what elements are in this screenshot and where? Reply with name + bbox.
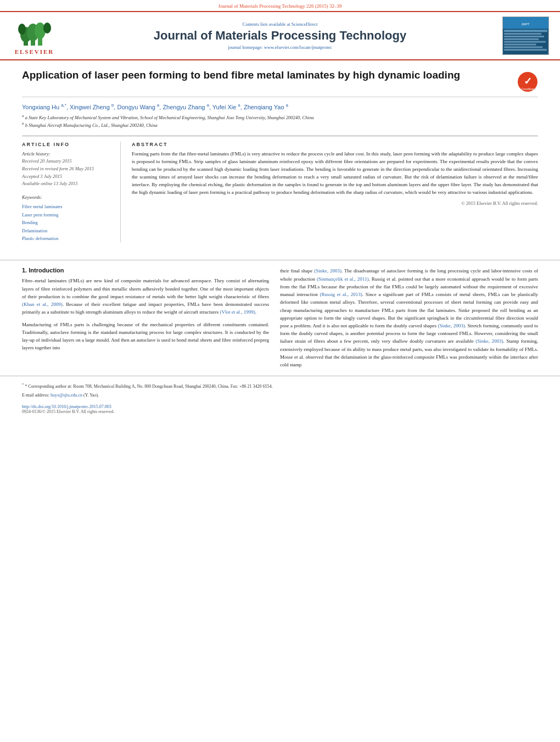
journal-citation-bar: Journal of Materials Processing Technolo… xyxy=(0,0,560,11)
svg-point-7 xyxy=(43,23,51,34)
main-right-column: their final shape (Sinke, 2003). The dis… xyxy=(280,267,538,373)
svg-rect-10 xyxy=(504,30,547,32)
journal-title: Journal of Materials Processing Technolo… xyxy=(63,29,497,43)
author-list: Yongxiang Hu a,*, Xingwei Zheng b, Dongy… xyxy=(22,104,288,110)
keywords-block: Keywords: Fibre metal laminates Laser pe… xyxy=(22,193,114,243)
article-info-header: ARTICLE INFO xyxy=(22,142,114,147)
section1-para2: Manufacturing of FMLs parts is challengi… xyxy=(22,321,269,352)
article-footer: * * Corresponding author at: Room 708, M… xyxy=(0,376,560,417)
keyword-4: Delamination xyxy=(22,227,114,235)
svg-rect-11 xyxy=(504,33,541,35)
article-title: Application of laser peen forming to ben… xyxy=(22,69,509,82)
svg-rect-13 xyxy=(504,38,539,40)
license-line: 0924-0136/© 2015 Elsevier B.V. All right… xyxy=(22,409,538,414)
article-title-section: Application of laser peen forming to ben… xyxy=(22,69,538,97)
elsevier-brand: ELSEVIER xyxy=(15,48,54,55)
svg-rect-14 xyxy=(504,41,546,43)
copyright-line: © 2015 Elsevier B.V. All rights reserved… xyxy=(132,200,538,206)
svg-rect-12 xyxy=(504,36,544,37)
homepage-line: journal homepage: www.elsevier.com/locat… xyxy=(63,44,497,50)
article-info-column: ARTICLE INFO Article history: Received 2… xyxy=(22,142,121,243)
svg-text:JMPT: JMPT xyxy=(521,23,530,26)
crossmark-logo: ✓ CrossMark xyxy=(517,71,538,92)
info-abstract-section: ARTICLE INFO Article history: Received 2… xyxy=(22,136,538,243)
affiliation-a: a a State Key Laboratory of Mechanical S… xyxy=(22,113,538,121)
abstract-header: ABSTRACT xyxy=(132,142,538,147)
elsevier-tree-icon xyxy=(18,17,51,47)
svg-text:✓: ✓ xyxy=(524,76,532,87)
page-wrapper: Journal of Materials Processing Technolo… xyxy=(0,0,560,742)
abstract-text: Forming parts from the flat fibre-metal … xyxy=(132,150,538,197)
doi-line[interactable]: http://dx.doi.org/10.1016/j.jmatprotec.2… xyxy=(22,404,538,409)
journal-citation: Journal of Materials Processing Technolo… xyxy=(219,3,342,9)
svg-rect-16 xyxy=(504,46,542,48)
journal-thumbnail: JMPT xyxy=(502,16,549,55)
keyword-3: Bending xyxy=(22,219,114,226)
keyword-2: Laser peen forming xyxy=(22,211,114,219)
corresponding-author-note: * * Corresponding author at: Room 708, M… xyxy=(22,382,538,390)
affiliation-b: b b Shanghai Aircraft Manufacturing Co.,… xyxy=(22,121,538,129)
elsevier-logo: ELSEVIER xyxy=(11,17,58,55)
header-center: Contents lists available at ScienceDirec… xyxy=(63,21,497,50)
email-line: E-mail address: huyx@sjtu.edu.cn (Y. Yao… xyxy=(22,392,538,399)
main-content: 1. Introduction Fibre–metal laminates (F… xyxy=(0,267,560,373)
keyword-5: Plastic deformation xyxy=(22,235,114,242)
svg-point-6 xyxy=(18,24,26,35)
keyword-1: Fibre metal laminates xyxy=(22,203,114,210)
svg-text:CrossMark: CrossMark xyxy=(521,87,535,91)
article-history: Article history: Received 20 January 201… xyxy=(22,150,114,188)
section1-title: 1. Introduction xyxy=(22,267,269,274)
authors: Yongxiang Hu a,*, Xingwei Zheng b, Dongy… xyxy=(22,103,538,110)
section1-para1: Fibre–metal laminates (FMLs) are new kin… xyxy=(22,277,269,316)
svg-rect-15 xyxy=(504,44,536,46)
abstract-column: ABSTRACT Forming parts from the flat fib… xyxy=(132,142,538,243)
contents-line: Contents lists available at ScienceDirec… xyxy=(63,21,497,27)
content-divider xyxy=(0,260,560,260)
article-body: Application of laser peen forming to ben… xyxy=(0,60,560,253)
main-left-column: 1. Introduction Fibre–metal laminates (F… xyxy=(22,267,269,373)
affiliations: a a State Key Laboratory of Mechanical S… xyxy=(22,113,538,129)
svg-rect-17 xyxy=(504,49,547,51)
section1-right-para1: their final shape (Sinke, 2003). The dis… xyxy=(280,267,538,369)
journal-header: ELSEVIER Contents lists available at Sci… xyxy=(0,11,560,60)
